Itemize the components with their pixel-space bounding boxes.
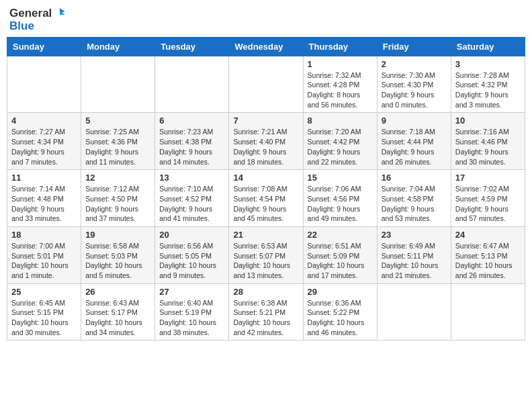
day-number: 13 [159,173,224,183]
calendar-day-cell: 2Sunrise: 7:30 AMSunset: 4:30 PMDaylight… [377,56,451,113]
day-info: Sunrise: 7:04 AMSunset: 4:58 PMDaylight:… [382,184,447,224]
day-number: 18 [11,230,77,240]
calendar-day-cell [7,56,81,113]
day-number: 20 [159,230,224,240]
day-number: 8 [308,116,373,126]
day-info: Sunrise: 7:30 AMSunset: 4:30 PMDaylight:… [382,71,447,110]
day-number: 14 [233,173,298,183]
day-info: Sunrise: 7:18 AMSunset: 4:44 PMDaylight:… [382,127,447,167]
calendar-day-cell: 4Sunrise: 7:27 AMSunset: 4:34 PMDaylight… [7,113,81,170]
calendar-header-row: SundayMondayTuesdayWednesdayThursdayFrid… [7,37,525,56]
calendar-day-cell: 13Sunrise: 7:10 AMSunset: 4:52 PMDayligh… [155,170,229,227]
calendar-day-cell: 29Sunrise: 6:36 AMSunset: 5:22 PMDayligh… [303,283,377,340]
calendar-day-cell: 1Sunrise: 7:32 AMSunset: 4:28 PMDaylight… [303,56,377,113]
day-info: Sunrise: 7:08 AMSunset: 4:54 PMDaylight:… [233,184,298,224]
day-number: 28 [233,287,298,297]
day-info: Sunrise: 6:36 AMSunset: 5:22 PMDaylight:… [308,298,373,338]
calendar-day-cell: 23Sunrise: 6:49 AMSunset: 5:11 PMDayligh… [377,226,451,283]
day-of-week-header: Monday [81,37,155,56]
day-info: Sunrise: 7:28 AMSunset: 4:32 PMDaylight:… [455,71,521,110]
day-info: Sunrise: 6:58 AMSunset: 5:03 PMDaylight:… [85,241,150,281]
day-info: Sunrise: 6:49 AMSunset: 5:11 PMDaylight:… [382,241,447,281]
day-info: Sunrise: 7:02 AMSunset: 4:59 PMDaylight:… [455,184,521,224]
calendar-day-cell: 22Sunrise: 6:51 AMSunset: 5:09 PMDayligh… [303,226,377,283]
day-info: Sunrise: 6:51 AMSunset: 5:09 PMDaylight:… [308,241,373,281]
calendar-day-cell: 26Sunrise: 6:43 AMSunset: 5:17 PMDayligh… [81,283,155,340]
day-number: 24 [455,230,521,240]
day-info: Sunrise: 7:20 AMSunset: 4:42 PMDaylight:… [308,127,373,167]
calendar-day-cell: 10Sunrise: 7:16 AMSunset: 4:46 PMDayligh… [451,113,525,170]
day-number: 11 [11,173,77,183]
day-number: 7 [233,116,298,126]
logo: General Blue [9,7,66,33]
day-number: 23 [382,230,447,240]
calendar-day-cell: 16Sunrise: 7:04 AMSunset: 4:58 PMDayligh… [377,170,451,227]
day-info: Sunrise: 6:45 AMSunset: 5:15 PMDaylight:… [11,298,77,338]
day-number: 12 [85,173,150,183]
calendar-day-cell [229,56,303,113]
calendar-day-cell: 5Sunrise: 7:25 AMSunset: 4:36 PMDaylight… [81,113,155,170]
calendar-day-cell: 12Sunrise: 7:12 AMSunset: 4:50 PMDayligh… [81,170,155,227]
calendar-day-cell: 24Sunrise: 6:47 AMSunset: 5:13 PMDayligh… [451,226,525,283]
calendar-day-cell: 6Sunrise: 7:23 AMSunset: 4:38 PMDaylight… [155,113,229,170]
calendar-day-cell: 27Sunrise: 6:40 AMSunset: 5:19 PMDayligh… [155,283,229,340]
day-info: Sunrise: 7:06 AMSunset: 4:56 PMDaylight:… [308,184,373,224]
day-number: 15 [308,173,373,183]
logo-blue-text: Blue [9,19,34,32]
calendar-day-cell: 15Sunrise: 7:06 AMSunset: 4:56 PMDayligh… [303,170,377,227]
day-number: 3 [455,59,521,69]
calendar-day-cell: 3Sunrise: 7:28 AMSunset: 4:32 PMDaylight… [451,56,525,113]
day-info: Sunrise: 7:12 AMSunset: 4:50 PMDaylight:… [85,184,150,224]
day-number: 22 [308,230,373,240]
calendar-day-cell: 14Sunrise: 7:08 AMSunset: 4:54 PMDayligh… [229,170,303,227]
day-info: Sunrise: 7:00 AMSunset: 5:01 PMDaylight:… [11,241,77,281]
day-number: 1 [308,59,373,69]
day-number: 25 [11,287,77,297]
day-info: Sunrise: 7:32 AMSunset: 4:28 PMDaylight:… [308,71,373,110]
day-of-week-header: Friday [377,37,451,56]
header: General Blue [7,7,525,33]
day-info: Sunrise: 6:40 AMSunset: 5:19 PMDaylight:… [159,298,224,338]
day-number: 5 [85,116,150,126]
day-number: 6 [159,116,224,126]
day-info: Sunrise: 7:23 AMSunset: 4:38 PMDaylight:… [159,127,224,167]
logo-general-text: General [9,7,52,20]
calendar-week-row: 1Sunrise: 7:32 AMSunset: 4:28 PMDaylight… [7,56,525,113]
calendar-day-cell: 7Sunrise: 7:21 AMSunset: 4:40 PMDaylight… [229,113,303,170]
calendar-day-cell [451,283,525,340]
calendar-day-cell: 25Sunrise: 6:45 AMSunset: 5:15 PMDayligh… [7,283,81,340]
day-number: 21 [233,230,298,240]
calendar-day-cell: 9Sunrise: 7:18 AMSunset: 4:44 PMDaylight… [377,113,451,170]
day-of-week-header: Sunday [7,37,81,56]
day-info: Sunrise: 6:56 AMSunset: 5:05 PMDaylight:… [159,241,224,281]
calendar-day-cell: 28Sunrise: 6:38 AMSunset: 5:21 PMDayligh… [229,283,303,340]
day-number: 2 [382,59,447,69]
calendar-week-row: 18Sunrise: 7:00 AMSunset: 5:01 PMDayligh… [7,226,525,283]
day-number: 4 [11,116,77,126]
day-info: Sunrise: 7:14 AMSunset: 4:48 PMDaylight:… [11,184,77,224]
day-info: Sunrise: 6:47 AMSunset: 5:13 PMDaylight:… [455,241,521,281]
day-of-week-header: Saturday [451,37,525,56]
day-number: 19 [85,230,150,240]
day-info: Sunrise: 7:16 AMSunset: 4:46 PMDaylight:… [455,127,521,167]
calendar-day-cell [377,283,451,340]
day-info: Sunrise: 7:10 AMSunset: 4:52 PMDaylight:… [159,184,224,224]
day-number: 16 [382,173,447,183]
day-number: 9 [382,116,447,126]
day-number: 27 [159,287,224,297]
calendar-table: SundayMondayTuesdayWednesdayThursdayFrid… [7,37,525,341]
logo-bird-icon [53,7,66,20]
calendar-day-cell: 8Sunrise: 7:20 AMSunset: 4:42 PMDaylight… [303,113,377,170]
logo-container: General Blue [9,7,66,33]
calendar-day-cell: 17Sunrise: 7:02 AMSunset: 4:59 PMDayligh… [451,170,525,227]
day-number: 29 [308,287,373,297]
calendar-day-cell: 11Sunrise: 7:14 AMSunset: 4:48 PMDayligh… [7,170,81,227]
day-info: Sunrise: 7:25 AMSunset: 4:36 PMDaylight:… [85,127,150,167]
day-of-week-header: Wednesday [229,37,303,56]
calendar-week-row: 4Sunrise: 7:27 AMSunset: 4:34 PMDaylight… [7,113,525,170]
calendar-week-row: 25Sunrise: 6:45 AMSunset: 5:15 PMDayligh… [7,283,525,340]
calendar-day-cell: 18Sunrise: 7:00 AMSunset: 5:01 PMDayligh… [7,226,81,283]
calendar-day-cell [155,56,229,113]
calendar-week-row: 11Sunrise: 7:14 AMSunset: 4:48 PMDayligh… [7,170,525,227]
day-number: 26 [85,287,150,297]
